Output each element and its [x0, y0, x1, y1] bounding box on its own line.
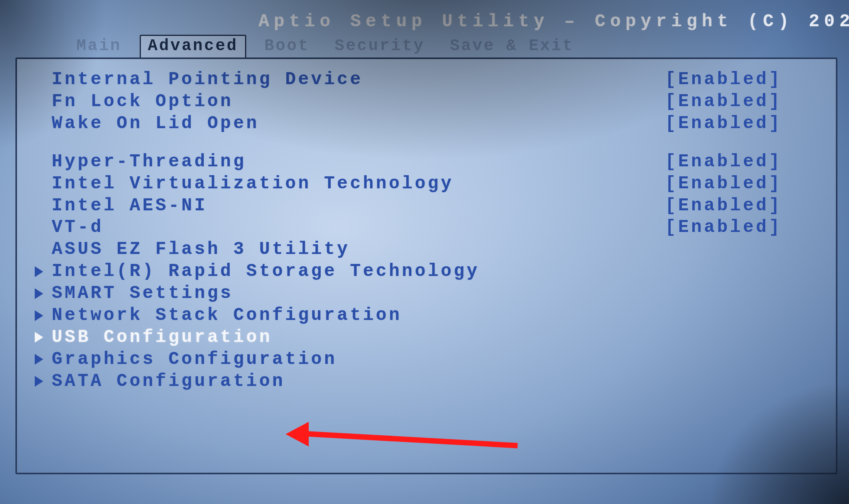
setting-value: [Enabled]: [665, 71, 820, 89]
bios-title: Aptio Setup Utility – Copyright (C) 2021: [4, 12, 849, 32]
submenu-ez-flash[interactable]: ASUS EZ Flash 3 Utility: [35, 240, 820, 259]
triangle-right-icon: [35, 310, 43, 321]
submenu-sata[interactable]: SATA Configuration: [35, 372, 820, 391]
setting-label: Fn Lock Option: [52, 93, 233, 111]
tab-main[interactable]: Main: [69, 36, 129, 58]
submenu-label: Intel(R) Rapid Storage Technology: [52, 262, 480, 281]
tab-save-exit[interactable]: Save & Exit: [443, 36, 581, 58]
triangle-right-icon: [35, 332, 43, 343]
tab-bar: Main Advanced Boot Security Save & Exit: [4, 35, 849, 58]
setting-value: [Enabled]: [665, 93, 820, 111]
settings-panel: Internal Pointing Device [Enabled] Fn Lo…: [15, 58, 837, 474]
tab-security[interactable]: Security: [328, 36, 432, 58]
submenu-label: Network Stack Configuration: [52, 306, 402, 325]
setting-label: Internal Pointing Device: [52, 71, 363, 89]
setting-value: [Enabled]: [665, 153, 820, 171]
submenu-graphics[interactable]: Graphics Configuration: [35, 350, 820, 369]
submenu-intel-rst[interactable]: Intel(R) Rapid Storage Technology: [35, 262, 820, 281]
triangle-right-icon: [35, 354, 43, 365]
setting-value: [Enabled]: [665, 197, 820, 215]
submenu-usb-configuration[interactable]: USB Configuration: [35, 328, 820, 347]
submenu-label: Graphics Configuration: [52, 350, 337, 369]
submenu-label: USB Configuration: [52, 328, 272, 347]
setting-label: VT-d: [52, 218, 103, 237]
setting-row[interactable]: VT-d [Enabled]: [52, 218, 820, 237]
setting-row[interactable]: Fn Lock Option [Enabled]: [52, 93, 820, 111]
setting-value: [Enabled]: [665, 115, 820, 133]
submenu-label: ASUS EZ Flash 3 Utility: [52, 240, 350, 259]
setting-value: [Enabled]: [665, 175, 820, 193]
setting-row[interactable]: Wake On Lid Open [Enabled]: [52, 115, 820, 133]
setting-row[interactable]: Internal Pointing Device [Enabled]: [52, 71, 820, 89]
setting-label: Intel AES-NI: [52, 197, 207, 215]
setting-row[interactable]: Intel AES-NI [Enabled]: [52, 197, 820, 215]
setting-value: [Enabled]: [665, 218, 820, 237]
setting-row[interactable]: Intel Virtualization Technology [Enabled…: [52, 175, 820, 193]
tab-advanced[interactable]: Advanced: [140, 35, 246, 58]
tab-boot[interactable]: Boot: [257, 36, 316, 58]
triangle-right-icon: [35, 266, 43, 277]
triangle-right-icon: [35, 288, 43, 299]
submenu-network-stack[interactable]: Network Stack Configuration: [35, 306, 820, 325]
submenu-label: SATA Configuration: [52, 372, 285, 391]
submenu-label: SMART Settings: [52, 284, 233, 303]
setting-label: Intel Virtualization Technology: [52, 175, 454, 193]
submenu-smart[interactable]: SMART Settings: [35, 284, 820, 303]
setting-label: Hyper-Threading: [52, 153, 246, 171]
triangle-right-icon: [35, 376, 43, 387]
setting-row[interactable]: Hyper-Threading [Enabled]: [52, 153, 820, 171]
setting-label: Wake On Lid Open: [52, 115, 259, 133]
